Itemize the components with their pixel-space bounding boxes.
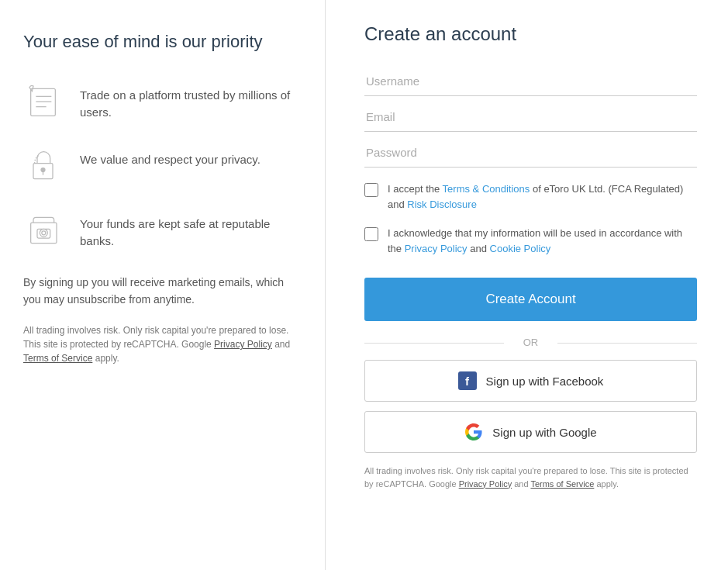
marketing-note: By signing up you will receive marketing… xyxy=(23,274,294,309)
google-signup-button[interactable]: Sign up with Google xyxy=(364,411,697,453)
svg-point-10 xyxy=(40,229,47,237)
left-panel: Your ease of mind is our priority Trade … xyxy=(0,0,326,570)
terms-conditions-link[interactable]: Terms & Conditions xyxy=(443,183,530,195)
bottom-risk-note: All trading involves risk. Only risk cap… xyxy=(364,465,697,490)
password-group xyxy=(364,138,697,168)
terms-checkbox-group: I accept the Terms & Conditions of eToro… xyxy=(364,181,697,212)
create-account-button[interactable]: Create Account xyxy=(364,278,697,321)
privacy-policy-link[interactable]: Privacy Policy xyxy=(405,243,468,254)
bottom-terms-link[interactable]: Terms of Service xyxy=(530,479,594,489)
left-privacy-link[interactable]: Privacy Policy xyxy=(214,339,272,350)
bottom-privacy-link[interactable]: Privacy Policy xyxy=(459,479,512,489)
terms-checkbox[interactable] xyxy=(364,183,378,197)
feature-trust-text: Trade on a platform trusted by millions … xyxy=(80,81,294,122)
username-group xyxy=(364,67,697,96)
terms-checkbox-label: I accept the Terms & Conditions of eToro… xyxy=(388,181,697,212)
feature-safety: Your funds are kept safe at reputable ba… xyxy=(23,209,294,252)
svg-rect-0 xyxy=(30,88,55,116)
right-panel: Create an account I accept the Terms & C… xyxy=(326,0,728,570)
privacy-checkbox-group: I acknowledge that my information will b… xyxy=(364,226,697,256)
svg-rect-7 xyxy=(30,223,56,244)
facebook-btn-label: Sign up with Facebook xyxy=(486,375,604,388)
cookie-policy-link[interactable]: Cookie Policy xyxy=(490,243,551,254)
feature-safety-text: Your funds are kept safe at reputable ba… xyxy=(80,209,294,250)
password-input[interactable] xyxy=(364,138,697,168)
or-divider: OR xyxy=(364,337,697,348)
feature-privacy: We value and respect your privacy. xyxy=(23,145,294,188)
email-group xyxy=(364,102,697,132)
email-input[interactable] xyxy=(364,102,697,132)
left-terms-link[interactable]: Terms of Service xyxy=(23,353,92,364)
feature-privacy-text: We value and respect your privacy. xyxy=(80,145,260,169)
username-input[interactable] xyxy=(364,67,697,96)
google-icon xyxy=(464,423,483,441)
risk-disclosure-link[interactable]: Risk Disclosure xyxy=(407,199,477,210)
facebook-signup-button[interactable]: f Sign up with Facebook xyxy=(364,360,697,402)
privacy-checkbox-label: I acknowledge that my information will b… xyxy=(388,226,697,256)
svg-point-5 xyxy=(41,168,45,172)
left-risk-note: All trading involves risk. Only risk cap… xyxy=(23,323,294,365)
svg-point-9 xyxy=(41,231,45,235)
trust-icon xyxy=(23,81,66,123)
google-btn-label: Sign up with Google xyxy=(492,426,596,439)
privacy-checkbox[interactable] xyxy=(364,227,378,241)
facebook-icon: f xyxy=(458,371,477,390)
left-title: Your ease of mind is our priority xyxy=(23,31,294,54)
feature-trust: Trade on a platform trusted by millions … xyxy=(23,81,294,123)
privacy-icon xyxy=(23,145,66,188)
safety-icon xyxy=(23,209,66,252)
right-title: Create an account xyxy=(364,23,697,45)
